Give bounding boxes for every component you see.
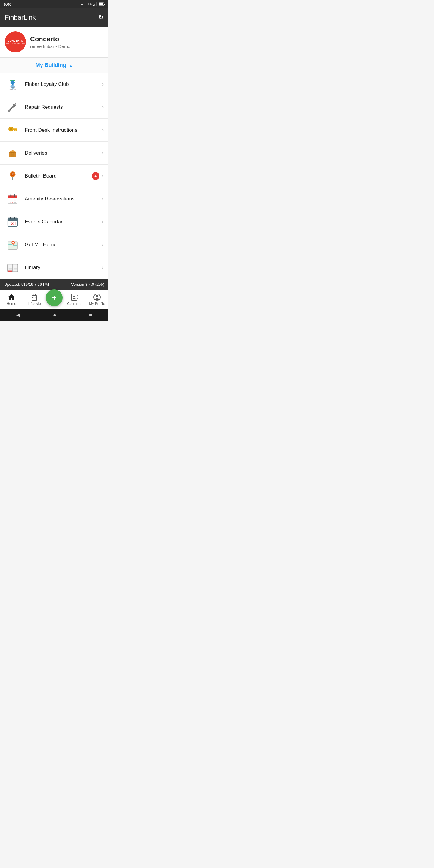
library-chevron: ›	[102, 264, 104, 271]
wifi-icon	[80, 2, 84, 6]
profile-row: CONCERTO BAY TEAM OF THE CITY Concerto r…	[0, 27, 108, 58]
amenity-chevron: ›	[102, 195, 104, 202]
bulletin-badge: 4	[92, 172, 99, 180]
menu-list: FINBAR LOYALTY CLUB Finbar Loyalty Club …	[0, 73, 108, 279]
nav-contacts[interactable]: Contacts	[63, 290, 86, 309]
add-icon: +	[52, 293, 57, 302]
nav-myprofile[interactable]: My Profile	[86, 290, 108, 309]
svg-text:31: 31	[11, 221, 16, 226]
profile-info: Concerto renee finbar - Demo	[30, 35, 70, 49]
repair-chevron: ›	[102, 104, 104, 110]
loyalty-chevron: ›	[102, 81, 104, 87]
myprofile-nav-icon	[93, 293, 101, 301]
svg-rect-4	[97, 2, 98, 6]
library-label: Library	[25, 265, 102, 271]
lifestyle-nav-icon	[30, 293, 38, 301]
frontdesk-label: Front Desk Instructions	[25, 127, 102, 133]
svg-rect-2	[95, 4, 96, 6]
status-bar: 9:00 LTE	[0, 0, 108, 8]
nav-lifestyle[interactable]: Lifestyle	[23, 290, 46, 309]
menu-item-repair[interactable]: Repair Requests ›	[0, 96, 108, 119]
menu-item-deliveries[interactable]: Deliveries ›	[0, 142, 108, 164]
battery-icon	[99, 2, 105, 6]
section-header-label: My Building	[36, 62, 66, 68]
box-icon	[5, 145, 21, 161]
amenity-calendar-icon: × × × × × ○	[5, 191, 21, 207]
menu-item-events[interactable]: 31 Events Calendar ›	[0, 210, 108, 233]
home-button[interactable]: ●	[53, 312, 56, 318]
svg-rect-6	[104, 4, 105, 5]
nav-home[interactable]: Home	[0, 290, 23, 309]
section-header[interactable]: My Building ▲	[0, 58, 108, 73]
profile-subtitle: renee finbar - Demo	[30, 44, 70, 49]
menu-item-bulletin[interactable]: Bulletin Board 4 ›	[0, 164, 108, 187]
home-nav-icon	[7, 293, 16, 301]
svg-rect-3	[96, 3, 96, 6]
nav-lifestyle-label: Lifestyle	[28, 302, 41, 306]
svg-rect-20	[16, 130, 17, 131]
app-header: FinbarLink ↻	[0, 8, 108, 27]
key-icon	[5, 122, 21, 138]
bulletin-label: Bulletin Board	[25, 173, 92, 179]
svg-rect-45	[14, 216, 16, 219]
getmehome-chevron: ›	[102, 241, 104, 248]
menu-item-library[interactable]: Library ›	[0, 256, 108, 279]
svg-text:○: ○	[14, 201, 16, 204]
contacts-nav-icon	[70, 293, 78, 301]
loyalty-label: Finbar Loyalty Club	[25, 82, 102, 87]
menu-item-amenity[interactable]: × × × × × ○ Amenity Reservations ›	[0, 187, 108, 210]
events-label: Events Calendar	[25, 219, 102, 225]
footer-status: Updated:7/19/19 7:26 PM Version 3.4.0 (2…	[0, 279, 108, 290]
svg-point-18	[10, 128, 12, 130]
back-button[interactable]: ◀	[16, 312, 21, 318]
profile-logo: CONCERTO BAY TEAM OF THE CITY	[5, 31, 26, 53]
svg-point-0	[82, 5, 82, 6]
svg-point-49	[12, 242, 14, 243]
getmehome-label: Get Me Home	[25, 242, 102, 248]
svg-rect-44	[10, 216, 11, 219]
version-text: Version 3.4.0 (255)	[71, 282, 104, 287]
logo-subtext: BAY TEAM OF THE CITY	[6, 43, 25, 44]
events-chevron: ›	[102, 218, 104, 225]
svg-rect-21	[14, 130, 15, 131]
home-map-icon	[5, 237, 21, 253]
svg-rect-26	[11, 152, 14, 153]
svg-rect-19	[13, 128, 17, 130]
svg-text:×: ×	[12, 201, 13, 204]
svg-rect-7	[99, 3, 103, 5]
system-nav: ◀ ● ■	[0, 309, 108, 321]
refresh-button[interactable]: ↻	[98, 13, 104, 22]
bottom-nav: Home Lifestyle + Contacts	[0, 290, 108, 309]
menu-item-getmehome[interactable]: Get Me Home ›	[0, 233, 108, 256]
library-icon	[5, 260, 21, 276]
loyalty-icon: FINBAR LOYALTY CLUB	[5, 76, 21, 92]
lte-label: LTE	[86, 2, 92, 6]
app-title: FinbarLink	[5, 13, 36, 22]
deliveries-label: Deliveries	[25, 150, 102, 156]
nav-contacts-label: Contacts	[67, 302, 81, 306]
svg-point-30	[12, 173, 13, 175]
svg-rect-33	[10, 194, 11, 196]
svg-rect-34	[14, 194, 15, 196]
status-time: 9:00	[4, 2, 11, 7]
status-icons: LTE	[80, 2, 105, 6]
svg-rect-1	[93, 5, 94, 6]
repair-label: Repair Requests	[25, 104, 102, 110]
recents-button[interactable]: ■	[89, 312, 92, 318]
svg-point-13	[8, 110, 10, 112]
nav-home-label: Home	[7, 302, 16, 306]
menu-item-loyalty[interactable]: FINBAR LOYALTY CLUB Finbar Loyalty Club …	[0, 73, 108, 96]
frontdesk-chevron: ›	[102, 127, 104, 133]
pin-icon	[5, 168, 21, 184]
svg-point-72	[96, 295, 98, 298]
repair-icon	[5, 99, 21, 115]
svg-rect-32	[8, 195, 17, 198]
svg-rect-29	[12, 176, 13, 180]
svg-text:LOYALTY CLUB: LOYALTY CLUB	[10, 89, 16, 90]
logo-text: CONCERTO	[7, 39, 23, 42]
updated-text: Updated:7/19/19 7:26 PM	[4, 282, 49, 287]
svg-point-70	[73, 296, 75, 298]
svg-rect-61	[8, 270, 12, 272]
menu-item-frontdesk[interactable]: Front Desk Instructions ›	[0, 119, 108, 142]
nav-add-button[interactable]: +	[46, 289, 63, 306]
